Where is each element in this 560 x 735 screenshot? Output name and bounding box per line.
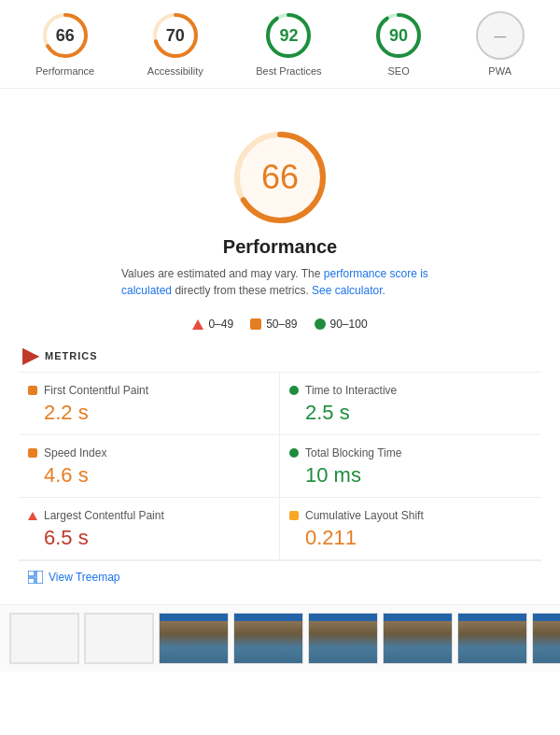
best-practices-score: 92 [279, 26, 298, 46]
nav-pwa[interactable]: — PWA [476, 11, 525, 77]
metric-fcp: First Contentful Paint 2.2 s [19, 373, 280, 435]
see-calculator-link[interactable]: See calculator. [312, 284, 385, 297]
performance-label: Performance [35, 65, 94, 77]
legend-fail-label: 0–49 [208, 318, 233, 331]
metric-fcp-header: First Contentful Paint [28, 384, 270, 397]
arrow-icon: ▶ [22, 344, 39, 368]
svg-rect-11 [28, 578, 35, 584]
legend-pass-icon [315, 318, 326, 330]
film-thumb-8 [532, 613, 560, 664]
lcp-dot [28, 512, 37, 520]
legend-average: 50–89 [250, 318, 297, 331]
accessibility-circle: 70 [151, 11, 200, 60]
film-thumb-7 [457, 613, 527, 664]
cls-value: 0.211 [289, 526, 532, 550]
nav-best-practices[interactable]: 92 Best Practices [256, 11, 321, 77]
film-thumb-4 [233, 613, 303, 664]
metric-si-header: Speed Index [28, 446, 270, 459]
view-treemap-label: View Treemap [49, 571, 119, 584]
si-label: Speed Index [44, 446, 106, 459]
performance-description: Values are estimated and may vary. The p… [121, 265, 439, 299]
metrics-section-header: ▶ METRICS [22, 344, 541, 368]
nav-seo[interactable]: 90 SEO [374, 11, 423, 77]
metric-tbt: Total Blocking Time 10 ms [280, 435, 541, 498]
film-frame-2 [84, 613, 154, 664]
main-content: 66 Performance Values are estimated and … [0, 89, 560, 604]
film-frame-3 [159, 613, 229, 664]
film-thumb-1 [9, 613, 79, 664]
metrics-grid: First Contentful Paint 2.2 s Time to Int… [19, 372, 541, 560]
metric-lcp: Largest Contentful Paint 6.5 s [19, 498, 280, 560]
nav-accessibility[interactable]: 70 Accessibility [147, 11, 203, 77]
seo-score: 90 [389, 26, 408, 46]
fcp-value: 2.2 s [28, 401, 270, 425]
metric-cls: Cumulative Layout Shift 0.211 [280, 498, 541, 560]
svg-rect-12 [36, 571, 43, 584]
pwa-score: — [494, 29, 506, 43]
seo-circle: 90 [374, 11, 423, 60]
performance-big-circle: 66 [229, 126, 331, 229]
filmstrip [0, 604, 560, 671]
treemap-icon [28, 571, 43, 584]
seo-label: SEO [387, 65, 409, 77]
tbt-value: 10 ms [289, 463, 532, 488]
best-practices-label: Best Practices [256, 65, 321, 77]
metrics-title: METRICS [45, 350, 98, 361]
lcp-value: 6.5 s [28, 526, 270, 550]
fcp-dot [28, 386, 37, 395]
accessibility-score: 70 [166, 26, 185, 46]
metric-si: Speed Index 4.6 s [19, 435, 280, 498]
film-frame-8 [532, 613, 560, 664]
best-practices-circle: 92 [264, 11, 313, 60]
si-value: 4.6 s [28, 463, 270, 488]
nav-performance[interactable]: 66 Performance [35, 11, 94, 77]
film-thumb-6 [383, 613, 453, 664]
pwa-circle: — [476, 11, 525, 60]
tti-label: Time to Interactive [305, 384, 397, 397]
score-legend: 0–49 50–89 90–100 [19, 318, 541, 331]
film-frame-5 [308, 613, 378, 664]
tti-value: 2.5 s [289, 401, 532, 425]
metric-tti: Time to Interactive 2.5 s [280, 373, 541, 435]
cls-label: Cumulative Layout Shift [305, 509, 424, 522]
performance-hero: 66 Performance Values are estimated and … [19, 107, 541, 308]
film-frame-7 [457, 613, 527, 664]
tbt-dot [289, 448, 299, 458]
legend-fail-icon [192, 319, 203, 330]
legend-fail: 0–49 [192, 318, 233, 331]
pwa-label: PWA [488, 65, 511, 77]
performance-score: 66 [56, 26, 75, 46]
film-thumb-5 [308, 613, 378, 664]
film-frame-1 [9, 613, 79, 664]
legend-pass-label: 90–100 [330, 318, 368, 331]
film-frame-4 [233, 613, 303, 664]
view-treemap-button[interactable]: View Treemap [19, 560, 541, 595]
film-thumb-2 [84, 613, 154, 664]
legend-average-icon [250, 318, 261, 330]
cls-dot [289, 511, 299, 520]
tti-dot [289, 386, 299, 395]
performance-circle: 66 [41, 11, 90, 60]
lcp-label: Largest Contentful Paint [44, 509, 164, 522]
fcp-label: First Contentful Paint [44, 384, 148, 397]
si-dot [28, 448, 37, 458]
accessibility-label: Accessibility [147, 65, 203, 77]
film-thumb-3 [159, 613, 229, 664]
metric-tti-header: Time to Interactive [289, 384, 532, 397]
legend-average-label: 50–89 [266, 318, 297, 331]
svg-rect-10 [28, 571, 35, 576]
legend-pass: 90–100 [315, 318, 368, 331]
tbt-label: Total Blocking Time [305, 446, 401, 459]
performance-big-score: 66 [261, 158, 299, 197]
performance-hero-title: Performance [223, 236, 337, 258]
metric-lcp-header: Largest Contentful Paint [28, 509, 270, 522]
top-nav: 66 Performance 70 Accessibility 92 Best … [0, 0, 560, 89]
metric-tbt-header: Total Blocking Time [289, 446, 532, 459]
metric-cls-header: Cumulative Layout Shift [289, 509, 532, 522]
film-frame-6 [383, 613, 453, 664]
